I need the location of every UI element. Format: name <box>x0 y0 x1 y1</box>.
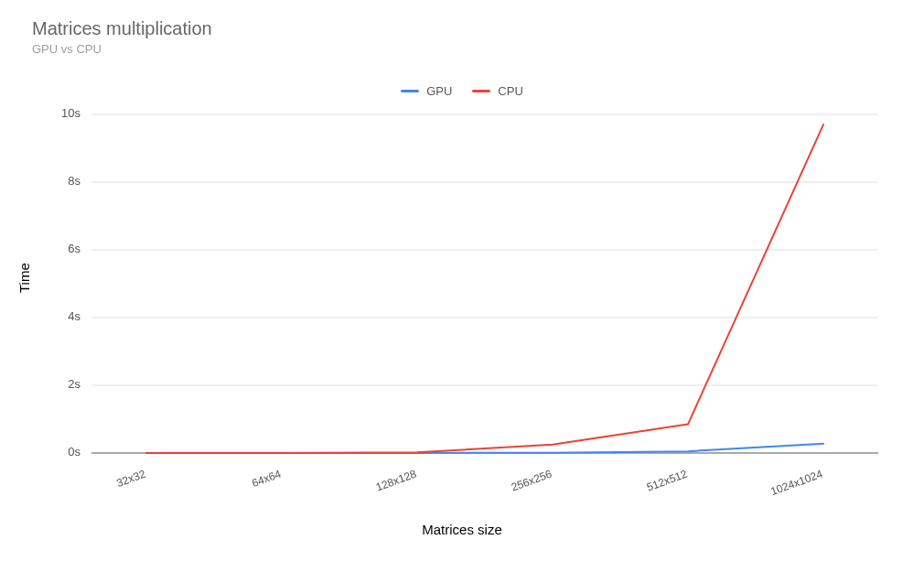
chart-title: Matrices multiplication <box>32 18 212 39</box>
x-tick-label: 256x256 <box>510 468 553 494</box>
y-axis-title: Time <box>16 263 32 293</box>
legend-item-gpu: GPU <box>401 84 452 98</box>
y-tick-label: 2s <box>68 377 81 391</box>
y-tick-label: 0s <box>68 445 81 459</box>
y-tick-label: 8s <box>68 174 81 188</box>
x-axis-title: Matrices size <box>0 522 924 537</box>
y-tick-label: 6s <box>68 242 81 255</box>
y-tick-label: 4s <box>68 309 81 323</box>
y-tick-label: 10s <box>61 106 81 120</box>
chart-legend: GPU CPU <box>0 84 924 98</box>
series-cpu <box>146 124 823 453</box>
chart-container: Matrices multiplication GPU vs CPU GPU C… <box>0 0 924 572</box>
legend-item-cpu: CPU <box>472 84 522 98</box>
plot-area: 0s2s4s6s8s10s32x3264x64128x128256x256512… <box>91 114 878 453</box>
legend-swatch-cpu <box>472 90 490 92</box>
x-tick-label: 32x32 <box>115 468 148 490</box>
legend-label-cpu: CPU <box>498 84 522 98</box>
legend-label-gpu: GPU <box>426 84 452 98</box>
legend-swatch-gpu <box>401 90 419 92</box>
x-tick-label: 1024x1024 <box>768 468 824 499</box>
x-tick-label: 64x64 <box>251 468 284 490</box>
x-tick-label: 512x512 <box>645 468 689 494</box>
chart-subtitle: GPU vs CPU <box>32 42 102 56</box>
plot-svg: 0s2s4s6s8s10s32x3264x64128x128256x256512… <box>91 114 878 453</box>
x-tick-label: 128x128 <box>374 468 418 494</box>
